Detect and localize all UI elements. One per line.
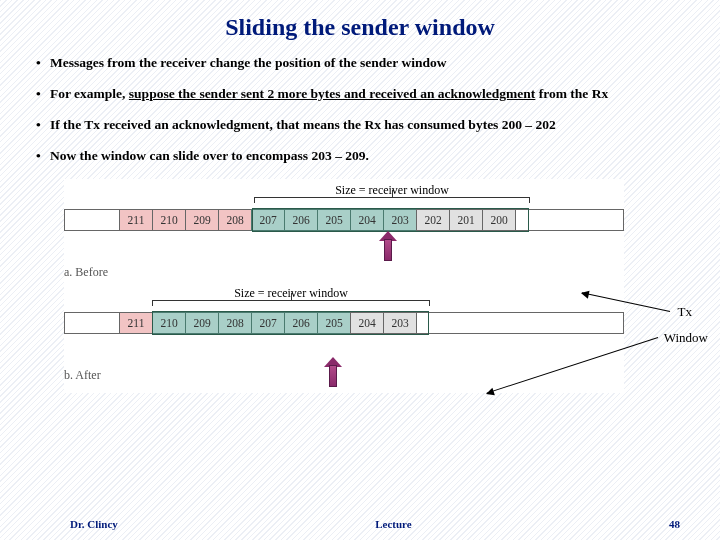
byte-cell: 207 [251, 209, 285, 231]
byte-cell: 208 [218, 209, 252, 231]
footer: Dr. Clincy Lecture 48 [0, 518, 720, 530]
size-bracket-after: Size = receiver window [152, 286, 430, 306]
buffer-row-before: 211 210 209 208 207 206 205 204 203 202 … [64, 209, 624, 231]
figure: Size = receiver window 211 210 209 208 2… [64, 179, 624, 393]
footer-page: 48 [669, 518, 680, 530]
pointer-arrow [379, 229, 397, 261]
footer-title: Lecture [118, 518, 669, 530]
buffer-blank [64, 312, 120, 334]
byte-cell: 203 [383, 312, 417, 334]
byte-cell: 210 [152, 312, 186, 334]
bullet-item: Now the window can slide over to encompa… [34, 148, 686, 165]
byte-cell: 203 [383, 209, 417, 231]
bullet-list: Messages from the receiver change the po… [34, 55, 686, 165]
byte-cell: 204 [350, 209, 384, 231]
byte-cell: 202 [416, 209, 450, 231]
size-bracket-before: Size = receiver window [254, 183, 530, 203]
byte-cell: 204 [350, 312, 384, 334]
slide-title: Sliding the sender window [34, 14, 686, 41]
byte-cell: 208 [218, 312, 252, 334]
byte-cell: 205 [317, 209, 351, 231]
pointer-arrow [324, 355, 342, 387]
bullet-item: Messages from the receiver change the po… [34, 55, 686, 72]
buffer-blank [64, 209, 120, 231]
footer-author: Dr. Clincy [70, 518, 118, 530]
side-label-window: Window [664, 330, 708, 346]
byte-cell: 207 [251, 312, 285, 334]
figure-caption: a. Before [64, 265, 624, 280]
byte-cell: 206 [284, 312, 318, 334]
buffer-row-after: 211 210 209 208 207 206 205 204 203 [64, 312, 624, 334]
bullet-item: If the Tx received an acknowledgment, th… [34, 117, 686, 134]
buffer-blank [516, 209, 624, 231]
bullet-item: For example, suppose the sender sent 2 m… [34, 86, 686, 103]
byte-cell: 211 [119, 312, 153, 334]
byte-cell: 209 [185, 312, 219, 334]
slide: Sliding the sender window Messages from … [0, 0, 720, 540]
byte-cell: 211 [119, 209, 153, 231]
byte-cell: 206 [284, 209, 318, 231]
byte-cell: 210 [152, 209, 186, 231]
buffer-blank [417, 312, 624, 334]
byte-cell: 200 [482, 209, 516, 231]
byte-cell: 201 [449, 209, 483, 231]
byte-cell: 209 [185, 209, 219, 231]
byte-cell: 205 [317, 312, 351, 334]
side-label-tx: Tx [678, 304, 692, 320]
